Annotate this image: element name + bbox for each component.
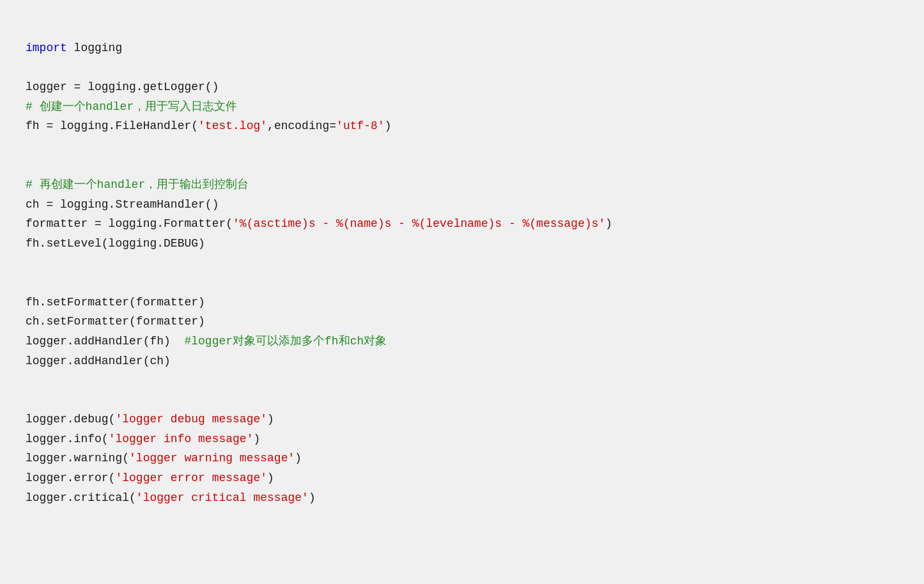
code-editor: import logginglogger = logging.getLogger… <box>19 26 905 520</box>
code-token-normal: fh.setLevel(logging.DEBUG) <box>26 237 205 250</box>
code-token-normal: logger.error( <box>26 472 115 484</box>
code-line: ch.setFormatter(formatter) <box>26 312 898 332</box>
code-line: # 再创建一个handler，用于输出到控制台 <box>26 175 898 195</box>
code-token-comment: # 再创建一个handler，用于输出到控制台 <box>26 178 249 191</box>
code-line: logger.warning('logger warning message') <box>26 449 898 468</box>
code-token-normal: logger.debug( <box>26 413 115 426</box>
blank-line <box>26 254 898 273</box>
code-token-normal: fh = logging.FileHandler( <box>26 119 198 132</box>
code-token-normal: ) <box>309 491 316 504</box>
blank-line <box>26 58 898 78</box>
code-token-string: 'logger warning message' <box>129 452 295 465</box>
code-token-string: 'test.log' <box>198 119 267 132</box>
code-line: formatter = logging.Formatter('%(asctime… <box>26 214 898 234</box>
code-token-string: 'logger error message' <box>115 472 267 484</box>
code-line: ch = logging.StreamHandler() <box>26 195 898 215</box>
blank-line <box>26 390 898 410</box>
code-token-string: 'logger info message' <box>109 433 254 445</box>
code-token-normal: ) <box>253 433 260 445</box>
code-line: logger.addHandler(ch) <box>26 351 898 371</box>
code-line: import logging <box>26 38 898 58</box>
code-token-normal: ch = logging.StreamHandler() <box>26 198 219 211</box>
code-line: logger.error('logger error message') <box>26 468 898 488</box>
code-token-normal: logger = logging.getLogger() <box>26 81 219 93</box>
code-token-comment: #logger对象可以添加多个fh和ch对象 <box>184 335 387 348</box>
code-token-normal: ) <box>267 472 274 484</box>
code-token-string: 'utf-8' <box>336 119 385 132</box>
code-token-normal: fh.setFormatter(formatter) <box>26 296 205 309</box>
code-line: logger.debug('logger debug message') <box>26 410 898 429</box>
blank-line <box>26 156 898 176</box>
code-line: fh.setFormatter(formatter) <box>26 293 898 312</box>
code-token-comment: # 创建一个handler，用于写入日志文件 <box>26 100 237 113</box>
code-line: logger = logging.getLogger() <box>26 77 898 97</box>
blank-line <box>26 273 898 293</box>
code-line: logger.addHandler(fh) #logger对象可以添加多个fh和… <box>26 332 898 351</box>
code-line: # 创建一个handler，用于写入日志文件 <box>26 97 898 117</box>
code-token-normal: logger.addHandler(fh) <box>26 335 184 348</box>
code-token-normal: logger.warning( <box>26 452 129 465</box>
code-line: fh.setLevel(logging.DEBUG) <box>26 234 898 254</box>
code-token-normal: ) <box>385 119 392 132</box>
code-token-kw: import <box>26 42 67 54</box>
code-token-normal: ) <box>267 413 274 426</box>
code-line: logger.critical('logger critical message… <box>26 488 898 508</box>
code-line: fh = logging.FileHandler('test.log',enco… <box>26 116 898 136</box>
code-token-normal: logger.addHandler(ch) <box>26 355 171 367</box>
code-token-string: 'logger critical message' <box>136 491 309 504</box>
code-token-string: '%(asctime)s - %(name)s - %(levelname)s … <box>233 217 605 230</box>
code-token-normal: ,encoding= <box>267 119 336 132</box>
code-token-normal: logger.critical( <box>26 491 136 504</box>
code-token-normal: formatter = logging.Formatter( <box>26 217 233 230</box>
code-token-normal: ch.setFormatter(formatter) <box>26 315 205 328</box>
blank-line <box>26 136 898 156</box>
blank-line <box>26 371 898 390</box>
code-line: logger.info('logger info message') <box>26 429 898 449</box>
code-token-string: 'logger debug message' <box>115 413 267 426</box>
code-token-normal: logger.info( <box>26 433 109 445</box>
code-token-normal: ) <box>605 217 612 230</box>
code-token-normal: logging <box>67 42 122 54</box>
code-token-normal: ) <box>295 452 302 465</box>
